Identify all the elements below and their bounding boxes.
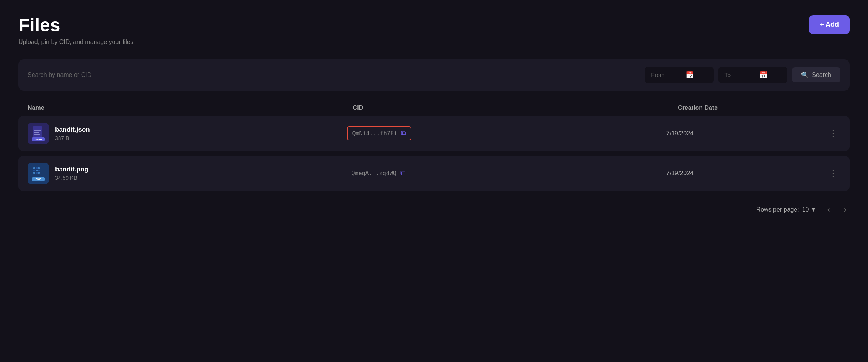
svg-text:JSON: JSON [34, 138, 42, 141]
file-table: JSON bandit.json 387 B QmNi4...fh7Ei ⧉ 7… [18, 116, 850, 191]
page-subtitle: Upload, pin by CID, and manage your file… [18, 39, 134, 46]
from-date-wrapper: 📅 [645, 67, 714, 83]
cid-text: QmegA...zqdWQ [351, 170, 396, 177]
file-name: bandit.png [55, 166, 88, 173]
footer: Rows per page: 10 ▼ ‹ › [18, 203, 850, 216]
from-calendar-icon[interactable]: 📅 [685, 71, 694, 79]
file-icon-wrapper: JSON [28, 123, 49, 144]
from-date-input[interactable] [651, 72, 682, 78]
column-cid: CID [353, 104, 678, 111]
search-button[interactable]: 🔍 Search [792, 67, 840, 82]
file-info: JSON bandit.json 387 B [28, 123, 347, 144]
svg-rect-2 [34, 132, 39, 133]
search-icon: 🔍 [801, 71, 809, 78]
creation-date: 7/19/2024 [666, 130, 826, 137]
creation-date: 7/19/2024 [666, 170, 826, 177]
cid-cell: QmNi4...fh7Ei ⧉ [347, 126, 666, 140]
to-date-input[interactable] [724, 72, 755, 78]
svg-rect-10 [33, 170, 35, 171]
file-name-section: bandit.png 34.59 KB [55, 166, 88, 181]
file-info: PNG bandit.png 34.59 KB [28, 163, 347, 184]
to-calendar-icon[interactable]: 📅 [759, 71, 767, 79]
more-options-button[interactable]: ⋮ [826, 127, 840, 140]
svg-rect-8 [36, 167, 38, 169]
copy-icon[interactable]: ⧉ [400, 169, 405, 177]
cid-cell: QmegA...zqdWQ ⧉ [347, 167, 666, 179]
file-size: 387 B [55, 135, 90, 141]
chevron-down-icon: ▼ [811, 206, 817, 213]
table-row: PNG bandit.png 34.59 KB QmegA...zqdWQ ⧉ … [18, 156, 850, 191]
rows-per-page-label: Rows per page: [756, 206, 799, 213]
file-icon-wrapper: PNG [28, 163, 49, 184]
svg-rect-9 [38, 167, 40, 169]
prev-page-button[interactable]: ‹ [824, 203, 833, 216]
copy-icon[interactable]: ⧉ [401, 129, 406, 137]
next-page-button[interactable]: › [841, 203, 850, 216]
to-date-wrapper: 📅 [718, 67, 787, 83]
table-header: Name CID Creation Date [18, 104, 850, 116]
rows-per-page-select[interactable]: 10 ▼ [802, 206, 817, 213]
search-bar: 📅 📅 🔍 Search [18, 59, 850, 91]
svg-rect-11 [36, 170, 38, 171]
table-row: JSON bandit.json 387 B QmNi4...fh7Ei ⧉ 7… [18, 116, 850, 151]
svg-rect-14 [36, 172, 38, 174]
svg-rect-1 [34, 130, 41, 131]
svg-rect-13 [33, 172, 35, 174]
file-icon-json: JSON [28, 123, 49, 144]
svg-text:PNG: PNG [35, 178, 41, 181]
file-name: bandit.json [55, 126, 90, 134]
more-options-button[interactable]: ⋮ [826, 167, 840, 180]
add-button[interactable]: + Add [809, 15, 850, 34]
svg-rect-12 [38, 170, 40, 171]
file-name-section: bandit.json 387 B [55, 126, 90, 141]
cid-text: QmNi4...fh7Ei [352, 130, 397, 137]
search-name-input[interactable] [28, 72, 640, 78]
page-header: Files Upload, pin by CID, and manage you… [18, 15, 850, 46]
svg-rect-7 [33, 167, 35, 169]
rows-per-page-value: 10 [802, 206, 809, 213]
svg-rect-15 [38, 172, 40, 174]
page-title: Files [18, 15, 134, 36]
column-name: Name [28, 104, 353, 111]
rows-per-page: Rows per page: 10 ▼ [756, 206, 817, 213]
file-icon-png: PNG [28, 163, 49, 184]
svg-rect-3 [34, 134, 40, 135]
file-size: 34.59 KB [55, 175, 88, 181]
cid-normal: QmegA...zqdWQ ⧉ [347, 167, 410, 179]
column-creation-date: Creation Date [678, 104, 840, 111]
title-section: Files Upload, pin by CID, and manage you… [18, 15, 134, 46]
cid-highlighted: QmNi4...fh7Ei ⧉ [347, 126, 411, 140]
